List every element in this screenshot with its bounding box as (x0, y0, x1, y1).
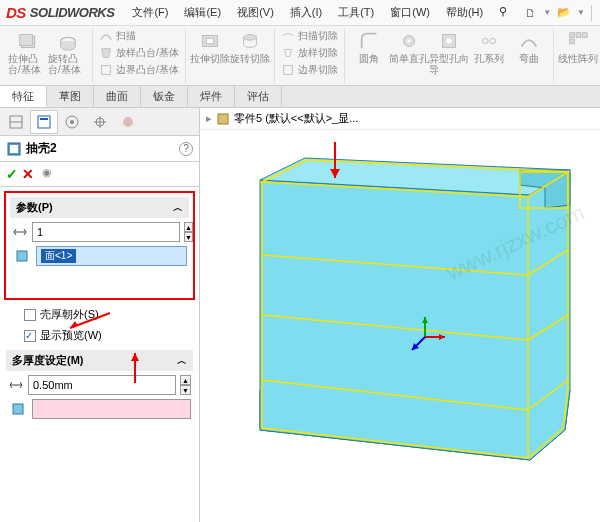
spin-up-icon[interactable]: ▲ (184, 222, 193, 232)
swept-button[interactable]: 扫描 (97, 28, 181, 44)
shell-outward-checkbox[interactable] (24, 309, 36, 321)
tab-weldment[interactable]: 焊件 (188, 86, 235, 107)
feature-header: 抽壳2 ? (0, 136, 199, 162)
revolve-boss-label: 旋转凸台/基体 (48, 53, 88, 75)
property-manager: 抽壳2 ? ✓ ✕ ◉ 参数(P) ︿ ▲ ▼ (0, 108, 200, 522)
spin-down-icon-2[interactable]: ▼ (180, 385, 191, 395)
shell-outward-label: 壳厚朝外(S) (40, 307, 99, 322)
thickness-row: ▲ ▼ (12, 222, 187, 242)
parameters-header[interactable]: 参数(P) ︿ (10, 197, 189, 218)
shell-outward-row[interactable]: 壳厚朝外(S) (24, 307, 197, 322)
collapse-icon-2[interactable]: ︿ (177, 354, 187, 368)
extrude-boss-button[interactable]: 拉伸凸台/基体 (8, 28, 48, 75)
help-icon[interactable]: ? (179, 142, 193, 156)
hole-simple-button[interactable]: 简单直孔 (389, 28, 429, 75)
thickness-input[interactable] (32, 222, 180, 242)
svg-point-23 (70, 120, 74, 124)
menu-search-icon[interactable]: ⚲ (493, 3, 513, 22)
app-name: SOLIDWORKS (30, 5, 115, 20)
show-preview-row[interactable]: 显示预览(W) (24, 328, 197, 343)
menu-help[interactable]: 帮助(H) (440, 3, 489, 22)
tab-surface[interactable]: 曲面 (94, 86, 141, 107)
ok-cancel-bar: ✓ ✕ ◉ (0, 162, 199, 187)
linear-pattern-button[interactable]: 线性阵列 (558, 28, 598, 64)
orientation-triad-icon[interactable] (400, 312, 450, 362)
new-doc-icon[interactable]: 🗋 (521, 4, 539, 22)
bend-button[interactable]: 弯曲 (509, 28, 549, 75)
multi-face-selection[interactable] (32, 399, 191, 419)
svg-rect-21 (40, 118, 48, 120)
panel-tab-bar (0, 108, 199, 136)
menu-insert[interactable]: 插入(I) (284, 3, 328, 22)
svg-rect-30 (218, 114, 228, 124)
ok-button[interactable]: ✓ (6, 166, 18, 182)
svg-rect-15 (576, 33, 581, 38)
menu-file[interactable]: 文件(F) (126, 3, 174, 22)
open-icon[interactable]: 📂 (555, 4, 573, 22)
hole-series-button[interactable]: 孔系列 (469, 28, 509, 75)
tab-evaluate[interactable]: 评估 (235, 86, 282, 107)
show-preview-checkbox[interactable] (24, 330, 36, 342)
viewport-breadcrumb: ▸ 零件5 (默认<<默认>_显... (200, 108, 600, 130)
part-name[interactable]: 零件5 (默认<<默认>_显... (234, 111, 358, 126)
menu-edit[interactable]: 编辑(E) (178, 3, 227, 22)
spin-down-icon[interactable]: ▼ (184, 232, 193, 242)
revolve-cut-button[interactable]: 旋转切除 (230, 28, 270, 64)
svg-rect-29 (13, 404, 23, 414)
collapse-icon[interactable]: ︿ (173, 201, 183, 215)
spin-up-icon-2[interactable]: ▲ (180, 375, 191, 385)
multi-thickness-row: ▲ ▼ (8, 375, 191, 395)
selected-face-item[interactable]: 面<1> (41, 249, 76, 263)
menu-tools[interactable]: 工具(T) (332, 3, 380, 22)
configmanager-tab-icon[interactable] (58, 110, 86, 134)
extrude-boss-label: 拉伸凸台/基体 (8, 53, 48, 75)
main-area: 抽壳2 ? ✓ ✕ ◉ 参数(P) ︿ ▲ ▼ (0, 108, 600, 522)
boundary-button[interactable]: 边界凸台/基体 (97, 62, 181, 78)
fillet-button[interactable]: 圆角 (349, 28, 389, 75)
svg-rect-3 (102, 66, 111, 75)
svg-rect-27 (10, 145, 18, 153)
svg-point-11 (446, 38, 452, 44)
menu-view[interactable]: 视图(V) (231, 3, 280, 22)
loft-cut-button[interactable]: 放样切除 (279, 45, 340, 61)
detailed-preview-icon[interactable]: ◉ (42, 166, 52, 182)
svg-rect-7 (283, 66, 292, 75)
svg-point-25 (123, 117, 133, 127)
viewport-canvas[interactable]: www.rjzxw.com (200, 130, 600, 522)
dimxpert-tab-icon[interactable] (86, 110, 114, 134)
featuretree-tab-icon[interactable] (2, 110, 30, 134)
cancel-button[interactable]: ✕ (22, 166, 34, 182)
svg-rect-1 (20, 35, 33, 46)
hole-wizard-button[interactable]: 异型孔向导 (429, 28, 469, 75)
app-logo: DS SOLIDWORKS (6, 4, 114, 21)
displaymanager-tab-icon[interactable] (114, 110, 142, 134)
part-icon (216, 112, 230, 126)
breadcrumb-toggle-icon[interactable]: ▸ (206, 112, 212, 125)
thickness-spinner[interactable]: ▲ ▼ (184, 222, 193, 242)
multi-thickness-header[interactable]: 多厚度设定(M) ︿ (6, 350, 193, 371)
show-preview-label: 显示预览(W) (40, 328, 102, 343)
parameters-highlight-box: 参数(P) ︿ ▲ ▼ 面<1> (4, 191, 195, 300)
svg-point-12 (482, 38, 488, 44)
multi-spinner[interactable]: ▲ ▼ (180, 375, 191, 395)
revolve-boss-button[interactable]: 旋转凸台/基体 (48, 28, 88, 75)
swept-cut-button[interactable]: 扫描切除 (279, 28, 340, 44)
menu-window[interactable]: 窗口(W) (384, 3, 436, 22)
svg-rect-17 (570, 39, 575, 44)
boundary-cut-button[interactable]: 边界切除 (279, 62, 340, 78)
propertymanager-tab-icon[interactable] (30, 110, 58, 134)
main-menu: 文件(F) 编辑(E) 视图(V) 插入(I) 工具(T) 窗口(W) 帮助(H… (126, 3, 513, 22)
face-selection-box[interactable]: 面<1> (36, 246, 187, 266)
tab-sketch[interactable]: 草图 (47, 86, 94, 107)
loft-button[interactable]: 放样凸台/基体 (97, 45, 181, 61)
svg-rect-20 (38, 116, 50, 128)
multi-face-icon (8, 401, 28, 417)
feature-title: 抽壳2 (26, 140, 57, 157)
tab-feature[interactable]: 特征 (0, 86, 47, 107)
extrude-cut-button[interactable]: 拉伸切除 (190, 28, 230, 64)
multi-thickness-input[interactable] (28, 375, 176, 395)
tab-sheetmetal[interactable]: 钣金 (141, 86, 188, 107)
svg-point-13 (490, 38, 496, 44)
multi-face-row (8, 399, 191, 419)
quick-access: 🗋▼ 📂▼ (521, 4, 594, 22)
